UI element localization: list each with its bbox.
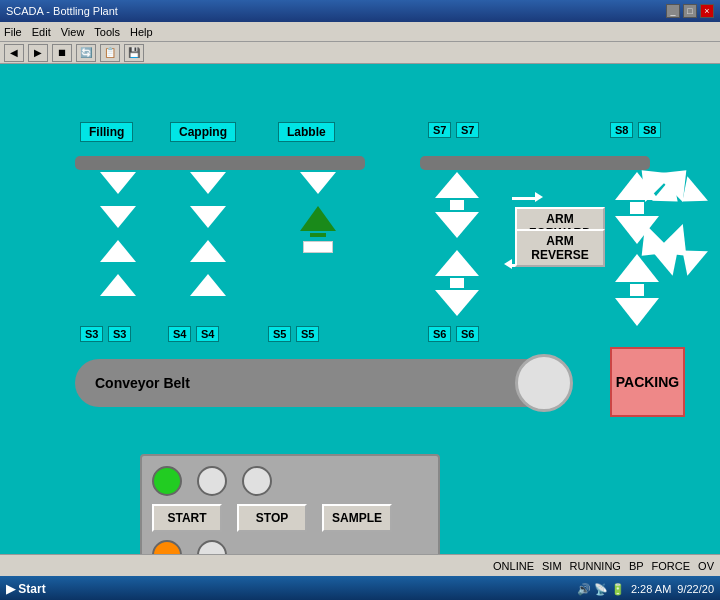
title-bar-buttons: _ □ × bbox=[666, 4, 714, 18]
s6-large-arrow-down1 bbox=[435, 212, 479, 238]
title-bar-text: SCADA - Bottling Plant bbox=[6, 5, 118, 17]
labble-bottle-rect bbox=[303, 241, 333, 253]
filling-arrow-down1 bbox=[100, 172, 136, 194]
sample-light bbox=[242, 466, 272, 496]
s3a-sensor[interactable]: S3 bbox=[80, 326, 103, 342]
main-canvas: Filling Capping Labble S7 S7 S8 S8 bbox=[0, 64, 720, 554]
toolbar-btn-2[interactable]: ▶ bbox=[28, 44, 48, 62]
control-panel: START STOP SAMPLE AUTO MANUAL bbox=[140, 454, 440, 554]
filling-arrow-down2 bbox=[100, 206, 136, 228]
arm-reverse-arrow bbox=[504, 259, 512, 269]
toolbar-btn-6[interactable]: 💾 bbox=[124, 44, 144, 62]
menu-file[interactable]: File bbox=[4, 26, 22, 38]
toolbar-btn-3[interactable]: ⏹ bbox=[52, 44, 72, 62]
s8-pinch-arrows bbox=[660, 179, 700, 273]
filling-arrow-up2 bbox=[100, 274, 136, 296]
capping-label[interactable]: Capping bbox=[170, 122, 236, 142]
status-online: ONLINE bbox=[493, 560, 534, 572]
s6-large-arrow-up1 bbox=[435, 172, 479, 198]
toolbar-btn-1[interactable]: ◀ bbox=[4, 44, 24, 62]
s8-left-down2 bbox=[615, 298, 659, 326]
s8b-label[interactable]: S8 bbox=[638, 122, 661, 138]
control-row-2: START STOP SAMPLE bbox=[152, 504, 428, 532]
status-ov: OV bbox=[698, 560, 714, 572]
labble-label[interactable]: Labble bbox=[278, 122, 335, 142]
control-row-1 bbox=[152, 466, 428, 496]
taskbar-right: 🔊 📡 🔋 2:28 AM 9/22/20 bbox=[577, 583, 714, 596]
toolbar-btn-4[interactable]: 🔄 bbox=[76, 44, 96, 62]
capping-arrows bbox=[190, 172, 226, 296]
s4b-sensor[interactable]: S4 bbox=[196, 326, 219, 342]
s6-arrow-group bbox=[435, 172, 479, 316]
s5b-sensor[interactable]: S5 bbox=[296, 326, 319, 342]
stop-button[interactable]: STOP bbox=[237, 504, 307, 532]
maximize-button[interactable]: □ bbox=[683, 4, 697, 18]
labble-arrows bbox=[300, 172, 336, 253]
capping-arrow-down2 bbox=[190, 206, 226, 228]
close-button[interactable]: × bbox=[700, 4, 714, 18]
conveyor-track-top-right bbox=[420, 156, 650, 170]
s6-large-arrow-down2 bbox=[435, 290, 479, 316]
s8-left-up1 bbox=[615, 172, 659, 200]
conveyor-track-top bbox=[75, 156, 365, 170]
s6a-sensor[interactable]: S6 bbox=[428, 326, 451, 342]
arm-forward-line bbox=[512, 197, 537, 200]
sample-button[interactable]: SAMPLE bbox=[322, 504, 392, 532]
menu-bar: File Edit View Tools Help bbox=[0, 22, 720, 42]
status-bar: ONLINE SIM RUNNING BP FORCE OV bbox=[0, 554, 720, 576]
capping-arrow-down1 bbox=[190, 172, 226, 194]
start-light bbox=[152, 466, 182, 496]
taskbar-icons: 🔊 📡 🔋 bbox=[577, 583, 625, 596]
s6-shaft1 bbox=[450, 200, 464, 210]
labble-arrow-shaft bbox=[310, 233, 326, 237]
s7b-label[interactable]: S7 bbox=[456, 122, 479, 138]
stop-light bbox=[197, 466, 227, 496]
s8-left-up2 bbox=[615, 254, 659, 282]
conveyor-wheel bbox=[515, 354, 573, 412]
capping-arrow-up2 bbox=[190, 274, 226, 296]
s8-left-arrows bbox=[615, 172, 659, 326]
toolbar-btn-5[interactable]: 📋 bbox=[100, 44, 120, 62]
s8-left-shaft1 bbox=[630, 202, 644, 214]
filling-arrows bbox=[100, 172, 136, 296]
labble-arrow-down1 bbox=[300, 172, 336, 194]
s7a-label[interactable]: S7 bbox=[428, 122, 451, 138]
s6-large-arrow-up2 bbox=[435, 250, 479, 276]
filling-label[interactable]: Filling bbox=[80, 122, 133, 142]
menu-help[interactable]: Help bbox=[130, 26, 153, 38]
s4a-sensor[interactable]: S4 bbox=[168, 326, 191, 342]
status-bp: BP bbox=[629, 560, 644, 572]
s8-left-down1 bbox=[615, 216, 659, 244]
taskbar-time: 2:28 AM bbox=[631, 583, 671, 595]
capping-arrow-up1 bbox=[190, 240, 226, 262]
conveyor-label: Conveyor Belt bbox=[95, 375, 190, 391]
s3b-sensor[interactable]: S3 bbox=[108, 326, 131, 342]
conveyor-belt: Conveyor Belt bbox=[75, 359, 565, 407]
taskbar-start[interactable]: ▶ Start bbox=[6, 582, 46, 596]
control-row-3 bbox=[152, 540, 428, 554]
s8a-label[interactable]: S8 bbox=[610, 122, 633, 138]
s6-shaft2 bbox=[450, 278, 464, 288]
s6b-sensor[interactable]: S6 bbox=[456, 326, 479, 342]
minimize-button[interactable]: _ bbox=[666, 4, 680, 18]
taskbar-date: 9/22/20 bbox=[677, 583, 714, 595]
labble-arrow-up-green bbox=[300, 206, 336, 231]
status-force: FORCE bbox=[652, 560, 691, 572]
status-running: RUNNING bbox=[570, 560, 621, 572]
menu-tools[interactable]: Tools bbox=[94, 26, 120, 38]
arm-forward-arrow bbox=[535, 192, 543, 202]
auto-light bbox=[152, 540, 182, 554]
packing-box[interactable]: PACKING bbox=[610, 347, 685, 417]
s8-left-shaft2 bbox=[630, 284, 644, 296]
start-button[interactable]: START bbox=[152, 504, 222, 532]
toolbar: ◀ ▶ ⏹ 🔄 📋 💾 bbox=[0, 42, 720, 64]
s5a-sensor[interactable]: S5 bbox=[268, 326, 291, 342]
menu-edit[interactable]: Edit bbox=[32, 26, 51, 38]
filling-arrow-up1 bbox=[100, 240, 136, 262]
status-sim: SIM bbox=[542, 560, 562, 572]
arm-reverse-button[interactable]: ARM REVERSE bbox=[515, 229, 605, 267]
title-bar: SCADA - Bottling Plant _ □ × bbox=[0, 0, 720, 22]
taskbar: ▶ Start 🔊 📡 🔋 2:28 AM 9/22/20 bbox=[0, 576, 720, 600]
manual-light bbox=[197, 540, 227, 554]
menu-view[interactable]: View bbox=[61, 26, 85, 38]
